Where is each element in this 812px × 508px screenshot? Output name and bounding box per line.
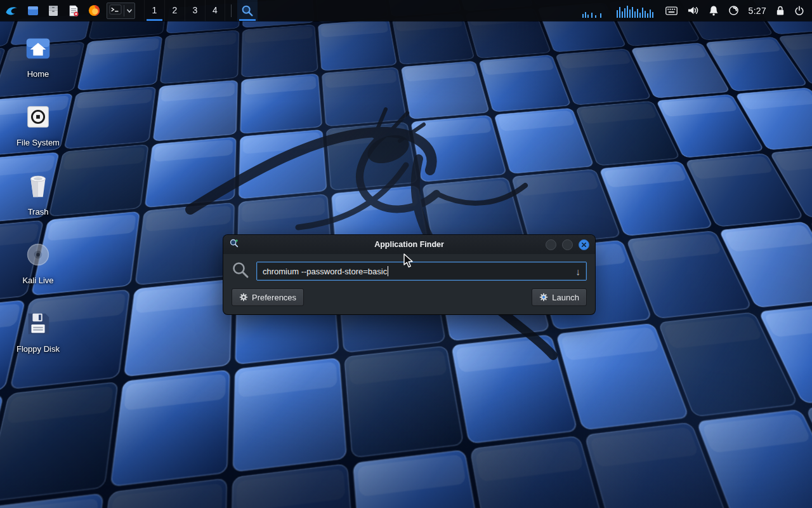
launch-label: Launch bbox=[552, 293, 579, 302]
desktop-icon-filesystem[interactable]: File System bbox=[8, 102, 69, 147]
mouse-cursor bbox=[403, 253, 414, 271]
firefox-icon[interactable] bbox=[84, 0, 104, 21]
kali-menu-icon[interactable] bbox=[0, 0, 23, 21]
panel-left-group: 1 2 3 4 bbox=[0, 0, 258, 21]
search-icon bbox=[232, 261, 249, 281]
command-input[interactable]: chromium --password-store=basic ↓ bbox=[256, 262, 587, 281]
keyboard-icon[interactable] bbox=[665, 6, 678, 15]
close-icon bbox=[581, 242, 587, 248]
home-icon bbox=[23, 34, 53, 65]
panel-clock[interactable]: 5:27 bbox=[749, 6, 766, 16]
preferences-label: Preferences bbox=[252, 293, 296, 302]
power-icon[interactable] bbox=[794, 6, 804, 16]
preferences-button[interactable]: Preferences bbox=[232, 288, 304, 306]
desktop-icon-kali-live[interactable]: Kali Live bbox=[8, 240, 69, 285]
top-panel: 1 2 3 4 bbox=[0, 0, 812, 21]
notifications-bell-icon[interactable] bbox=[709, 5, 719, 16]
desktop-icon-floppy[interactable]: Floppy Disk bbox=[8, 309, 69, 354]
command-input-value: chromium --password-store=basic bbox=[263, 267, 387, 276]
titlebar[interactable]: Application Finder bbox=[223, 235, 595, 254]
lock-icon[interactable] bbox=[776, 6, 785, 16]
desktop-icon-label: Kali Live bbox=[22, 276, 53, 285]
desktop-icon-label: Home bbox=[27, 70, 49, 79]
maximize-button[interactable] bbox=[562, 239, 573, 250]
launch-icon bbox=[539, 293, 548, 302]
desktop-icon-home[interactable]: Home bbox=[8, 34, 69, 79]
divider bbox=[124, 5, 124, 17]
workspace-switcher: 1 2 3 4 bbox=[144, 0, 225, 21]
desktop: { "panel": { "left_icons": ["kali-menu-i… bbox=[0, 0, 812, 508]
close-button[interactable] bbox=[579, 239, 589, 250]
volume-icon[interactable] bbox=[687, 5, 699, 16]
window-controls bbox=[546, 239, 589, 250]
filesystem-icon bbox=[23, 102, 53, 134]
workspace-1[interactable]: 1 bbox=[144, 0, 164, 21]
desktop-icon-label: Floppy Disk bbox=[16, 345, 60, 354]
audio-visualizer bbox=[581, 4, 656, 18]
workspace-2[interactable]: 2 bbox=[164, 0, 185, 21]
gear-icon bbox=[239, 293, 248, 302]
window-title: Application Finder bbox=[223, 240, 595, 249]
panel-right-group: 5:27 bbox=[581, 0, 812, 21]
desktop-icon-column: Home File System Trash bbox=[8, 34, 69, 354]
search-icon bbox=[240, 4, 254, 18]
terminal-icon bbox=[109, 4, 122, 18]
desktop-icon-label: Trash bbox=[28, 208, 49, 217]
text-editor-icon[interactable] bbox=[63, 0, 84, 21]
text-caret bbox=[388, 266, 388, 276]
file-manager-icon[interactable] bbox=[43, 0, 63, 21]
workspace-4[interactable]: 4 bbox=[205, 0, 225, 21]
application-finder-window: Application Finder chromium --password-s… bbox=[223, 235, 595, 314]
minimize-button[interactable] bbox=[546, 239, 556, 250]
launch-button[interactable]: Launch bbox=[532, 288, 587, 306]
cd-disc-icon bbox=[23, 240, 53, 272]
terminal-dropdown[interactable] bbox=[107, 3, 135, 19]
status-circle-icon[interactable] bbox=[728, 5, 739, 16]
window-icon[interactable] bbox=[23, 0, 43, 21]
app-finder-taskbar-button[interactable] bbox=[237, 0, 258, 21]
workspace-3[interactable]: 3 bbox=[185, 0, 205, 21]
button-row: Preferences Launch bbox=[232, 288, 587, 306]
chevron-down-icon bbox=[126, 5, 133, 17]
dropdown-arrow-icon[interactable]: ↓ bbox=[576, 267, 581, 276]
desktop-icon-label: File System bbox=[16, 138, 60, 147]
panel-separator bbox=[231, 4, 232, 17]
app-finder-window-icon bbox=[229, 238, 239, 251]
desktop-icon-trash[interactable]: Trash bbox=[8, 171, 69, 217]
trash-icon bbox=[23, 171, 53, 203]
floppy-icon bbox=[23, 309, 53, 340]
